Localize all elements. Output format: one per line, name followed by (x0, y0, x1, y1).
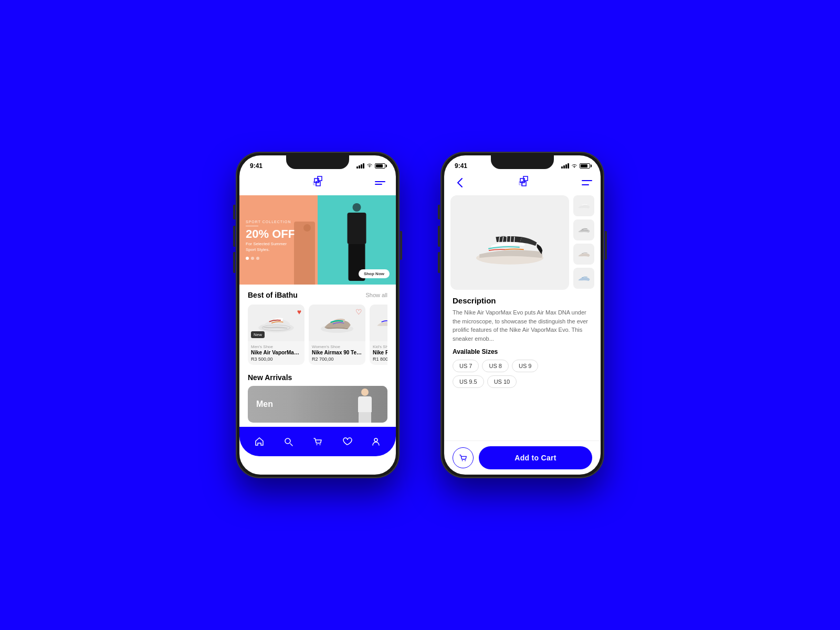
phone2-logo (516, 174, 533, 191)
wifi-icon (366, 163, 373, 169)
product-1-name: Nike Air VaporMax Evo (251, 350, 301, 355)
svg-point-16 (462, 460, 463, 461)
shop-now-button[interactable]: Shop Now (359, 269, 390, 278)
arrivals-title: New Arrivals (248, 373, 387, 382)
product-3-category: Kid's Sh (373, 344, 387, 349)
svg-point-10 (374, 438, 377, 442)
hero-banner: SPORT COLLECTION 20% OFF For Selected Su… (239, 195, 396, 285)
description-text: The Nike Air VaporMax Evo puts Air Max D… (453, 308, 592, 343)
status-time: 9:41 (250, 162, 262, 170)
phone-2: 9:41 (441, 152, 604, 478)
size-us8[interactable]: US 8 (482, 360, 508, 372)
phone2-notch (491, 155, 554, 169)
phone2-side-btn-power (605, 231, 607, 260)
detail-header (444, 172, 601, 195)
size-us10[interactable]: US 10 (487, 375, 517, 388)
phone2-status-time: 9:41 (455, 162, 467, 170)
svg-point-17 (465, 460, 466, 461)
product-1-category: Men's Shoe (251, 344, 301, 349)
product-2-category: Women's Shoe (312, 344, 362, 349)
new-arrivals-section: New Arrivals Men (239, 369, 396, 427)
notch (286, 155, 349, 169)
nav-wishlist[interactable] (342, 436, 352, 447)
sizes-row: US 7 US 8 US 9 (453, 360, 592, 372)
product-card-3[interactable]: Kid's Sh Nike Fo R1 800,0 (370, 304, 387, 365)
product-1-price: R3 500,00 (251, 356, 301, 362)
size-us9[interactable]: US 9 (512, 360, 538, 372)
phone2-status-icons (561, 161, 590, 171)
product-1-badge: New (251, 331, 265, 338)
product-card-1[interactable]: New ♥ Men's Shoe Nike Air VaporMax Evo R… (248, 304, 304, 365)
product-2-heart[interactable]: ♡ (355, 308, 362, 316)
svg-point-8 (316, 444, 317, 445)
product-viewer (444, 195, 601, 290)
size-us9-5[interactable]: US 9.5 (453, 375, 484, 388)
phone2-side-btn-vol-up (438, 226, 440, 247)
status-icons (356, 163, 385, 169)
app-logo (310, 174, 327, 191)
thumb-3[interactable] (573, 244, 594, 265)
sizes-title: Available Sizes (453, 348, 592, 355)
phone2-battery-icon (580, 163, 590, 169)
best-section: Best of iBathu Show all (239, 285, 396, 369)
product-2-image (316, 310, 358, 336)
side-btn-vol-up (233, 226, 235, 247)
product-3-price: R1 800,0 (373, 356, 387, 362)
sizes-row-2: US 9.5 US 10 (453, 375, 592, 388)
phone-1: 9:41 (236, 152, 399, 478)
nav-search[interactable] (283, 436, 293, 447)
arrivals-men-label: Men (256, 400, 273, 409)
cart-icon-button[interactable] (453, 447, 474, 468)
add-to-cart-bar: Add to Cart (444, 440, 601, 475)
phone2-side-btn-mute (438, 205, 440, 219)
side-btn-mute (233, 205, 235, 219)
show-all-link[interactable]: Show all (365, 292, 387, 298)
phone2-signal-icon (561, 163, 569, 169)
back-button[interactable] (453, 175, 467, 190)
hero-right: Shop Now (318, 195, 396, 285)
thumb-4[interactable] (573, 268, 594, 289)
arrivals-men-card[interactable]: Men (248, 386, 387, 423)
product-2-price: R2 700,00 (312, 356, 362, 362)
nav-cart[interactable] (312, 436, 323, 447)
product-1-heart[interactable]: ♥ (297, 308, 301, 316)
nav-home[interactable] (254, 436, 265, 447)
nav-profile[interactable] (371, 436, 381, 447)
product-card-2[interactable]: ♡ Women's Shoe Nike Airmax 90 Terras... … (309, 304, 365, 365)
phone2-wifi-icon (571, 161, 578, 171)
phone2-hamburger[interactable] (582, 180, 592, 185)
battery-icon (375, 163, 385, 169)
best-title: Best of iBathu (248, 291, 298, 299)
nike-main-shoe (468, 216, 552, 269)
product-main-image (450, 195, 569, 290)
size-us7[interactable]: US 7 (453, 360, 479, 372)
sizes-section: Available Sizes US 7 US 8 US 9 US 9.5 US… (444, 343, 601, 393)
description-title: Description (453, 296, 592, 305)
svg-point-7 (285, 438, 290, 444)
add-to-cart-button[interactable]: Add to Cart (479, 446, 592, 469)
side-btn-power (400, 231, 402, 260)
bottom-nav (239, 427, 396, 456)
thumb-list (573, 195, 594, 290)
thumb-1[interactable] (573, 195, 594, 216)
product-2-name: Nike Airmax 90 Terras... (312, 350, 362, 355)
svg-point-9 (319, 444, 320, 445)
product-3-image (371, 310, 388, 336)
phone2-side-btn-vol-down (438, 252, 440, 273)
signal-icon (356, 163, 364, 169)
thumb-2[interactable] (573, 219, 594, 240)
description-section: Description The Nike Air VaporMax Evo pu… (444, 296, 601, 343)
products-row: New ♥ Men's Shoe Nike Air VaporMax Evo R… (248, 304, 387, 365)
app-header (239, 172, 396, 195)
hamburger-menu[interactable] (375, 181, 385, 185)
hero-left: SPORT COLLECTION 20% OFF For Selected Su… (239, 195, 318, 285)
side-btn-vol-down (233, 252, 235, 273)
product-3-name: Nike Fo (373, 350, 387, 355)
